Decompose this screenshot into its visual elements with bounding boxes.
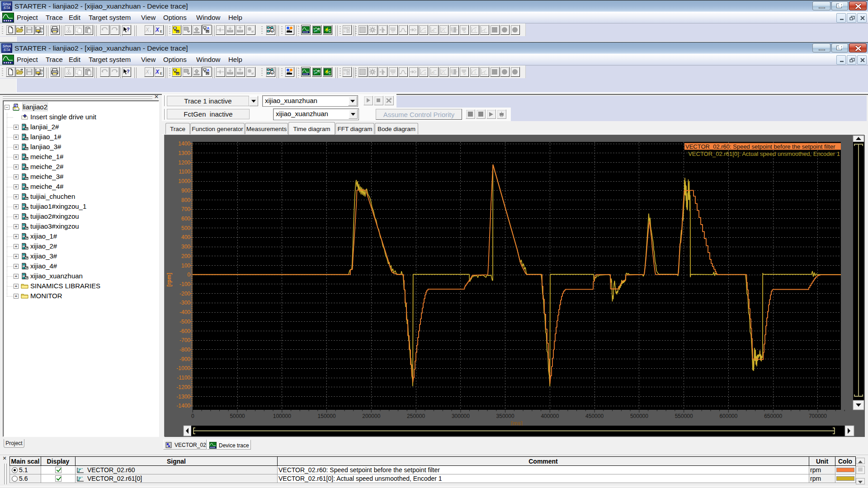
svg-text:M: M bbox=[451, 30, 453, 33]
svg-text:X: X bbox=[145, 69, 150, 75]
svg-text:?: ? bbox=[127, 27, 130, 32]
svg-text:R: R bbox=[344, 72, 346, 75]
svg-text:500000: 500000 bbox=[630, 413, 648, 419]
svg-text:650000: 650000 bbox=[764, 413, 782, 419]
svg-text:I: I bbox=[150, 72, 151, 75]
svg-text:1200: 1200 bbox=[178, 160, 190, 166]
svg-text:-900: -900 bbox=[179, 356, 190, 362]
svg-text:E2: E2 bbox=[347, 69, 350, 72]
svg-text:I: I bbox=[484, 29, 485, 33]
svg-text:VECTOR_02.r61[0]: Actual speed: VECTOR_02.r61[0]: Actual speed unsmoothe… bbox=[688, 150, 840, 157]
svg-text:10: 10 bbox=[39, 72, 42, 75]
svg-text:300000: 300000 bbox=[452, 413, 470, 419]
svg-text:50000: 50000 bbox=[230, 413, 245, 419]
svg-text:X: X bbox=[145, 27, 150, 33]
svg-text:I: I bbox=[484, 71, 485, 75]
svg-text:600: 600 bbox=[181, 216, 190, 222]
svg-text:U: U bbox=[442, 27, 443, 30]
svg-text:M: M bbox=[432, 71, 434, 74]
svg-text:[ms]: [ms] bbox=[511, 420, 522, 427]
svg-text:700000: 700000 bbox=[809, 413, 827, 419]
svg-text:-1400: -1400 bbox=[176, 403, 190, 409]
svg-text:U: U bbox=[442, 69, 443, 72]
svg-text:f: f bbox=[444, 30, 445, 33]
svg-text:01: 01 bbox=[40, 27, 43, 30]
svg-text:[rpm]: [rpm] bbox=[166, 273, 172, 287]
svg-text:E: E bbox=[160, 30, 162, 33]
svg-text:400: 400 bbox=[181, 234, 190, 240]
svg-text:-500: -500 bbox=[179, 319, 190, 325]
svg-text:700: 700 bbox=[181, 206, 190, 212]
svg-text:1400: 1400 bbox=[178, 141, 190, 147]
svg-text:450000: 450000 bbox=[585, 413, 604, 419]
svg-text:350000: 350000 bbox=[496, 413, 514, 419]
svg-text:150000: 150000 bbox=[318, 413, 336, 419]
svg-text:I: I bbox=[150, 30, 151, 33]
svg-text:M: M bbox=[432, 29, 434, 32]
svg-text:250000: 250000 bbox=[407, 413, 425, 419]
svg-text:900: 900 bbox=[181, 188, 190, 194]
svg-text:E: E bbox=[160, 72, 162, 75]
svg-text:N: N bbox=[329, 72, 330, 75]
svg-text:n: n bbox=[392, 31, 393, 33]
svg-text:M: M bbox=[463, 73, 466, 75]
svg-text:-100: -100 bbox=[179, 281, 190, 287]
svg-text:i: i bbox=[272, 71, 273, 75]
svg-text:300: 300 bbox=[181, 244, 190, 250]
svg-text:I: I bbox=[475, 71, 476, 74]
svg-text:i: i bbox=[272, 29, 273, 33]
svg-text:-1300: -1300 bbox=[176, 394, 190, 400]
svg-text:01: 01 bbox=[40, 69, 43, 72]
svg-text:600000: 600000 bbox=[719, 413, 737, 419]
svg-text:-400: -400 bbox=[179, 309, 190, 315]
svg-text:-700: -700 bbox=[179, 337, 190, 343]
svg-text:E2: E2 bbox=[347, 27, 350, 30]
svg-text:0: 0 bbox=[191, 413, 194, 419]
svg-text:-1200: -1200 bbox=[176, 384, 190, 390]
svg-text:1000: 1000 bbox=[178, 178, 190, 184]
svg-text:1300: 1300 bbox=[178, 150, 190, 156]
svg-text:10: 10 bbox=[39, 30, 42, 33]
svg-text:100: 100 bbox=[181, 263, 190, 269]
svg-text:I: I bbox=[475, 29, 476, 32]
svg-text:n: n bbox=[425, 71, 426, 74]
svg-text:?: ? bbox=[127, 69, 130, 74]
svg-text:800: 800 bbox=[181, 197, 190, 203]
svg-text:550000: 550000 bbox=[675, 413, 693, 419]
svg-text:-600: -600 bbox=[179, 328, 190, 334]
svg-text:200000: 200000 bbox=[362, 413, 380, 419]
svg-text:X: X bbox=[155, 69, 160, 75]
svg-text:500: 500 bbox=[181, 225, 190, 231]
svg-text:200: 200 bbox=[181, 253, 190, 259]
svg-text:-800: -800 bbox=[179, 347, 190, 353]
svg-text:100000: 100000 bbox=[273, 413, 291, 419]
svg-text:f: f bbox=[444, 72, 445, 75]
svg-text:0: 0 bbox=[187, 272, 190, 278]
svg-text:n: n bbox=[425, 29, 426, 32]
svg-text:M: M bbox=[463, 31, 466, 33]
svg-text:-1100: -1100 bbox=[177, 375, 190, 381]
svg-text:VECTOR_02.r60: Speed setpoint: VECTOR_02.r60: Speed setpoint before the… bbox=[685, 143, 835, 150]
svg-text:N: N bbox=[329, 30, 330, 33]
svg-text:1100: 1100 bbox=[179, 169, 190, 175]
svg-text:-200: -200 bbox=[179, 291, 190, 297]
svg-text:-1000: -1000 bbox=[176, 365, 190, 371]
svg-text:n: n bbox=[392, 73, 393, 75]
svg-text:R: R bbox=[344, 30, 346, 33]
svg-text:M: M bbox=[451, 72, 453, 75]
svg-text:-300: -300 bbox=[179, 300, 190, 306]
svg-text:400000: 400000 bbox=[541, 413, 559, 419]
svg-text:X: X bbox=[155, 27, 160, 33]
